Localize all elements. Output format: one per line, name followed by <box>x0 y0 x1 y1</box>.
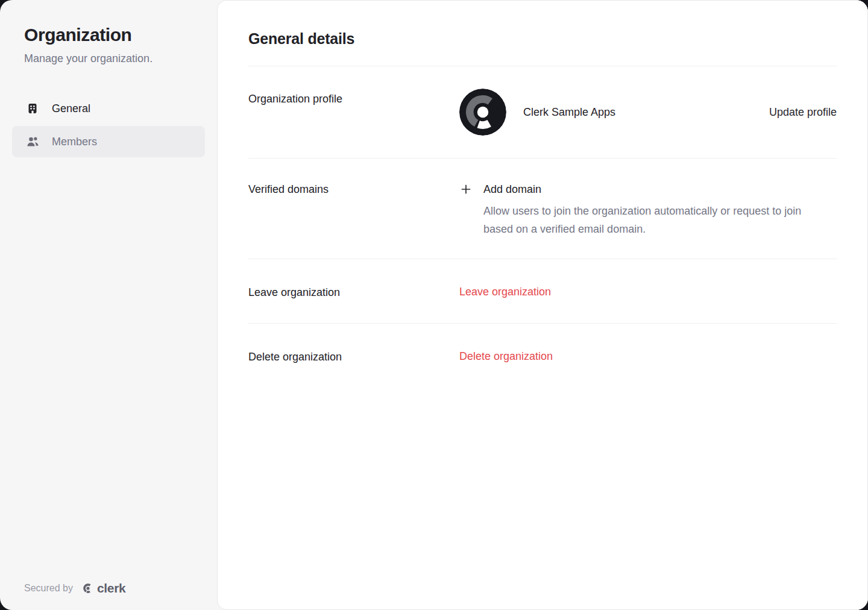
verified-domains-description: Allow users to join the organization aut… <box>483 202 803 238</box>
add-domain-label: Add domain <box>483 183 541 196</box>
organization-profile-label: Organization profile <box>248 66 459 105</box>
leave-organization-button[interactable]: Leave organization <box>459 286 837 298</box>
organization-profile-card: Organization Manage your organization. G… <box>0 0 868 610</box>
add-domain-button[interactable]: Add domain <box>459 183 541 196</box>
delete-organization-button[interactable]: Delete organization <box>459 350 837 363</box>
building-icon <box>27 102 39 115</box>
panel-heading: General details <box>248 30 837 48</box>
update-profile-button[interactable]: Update profile <box>769 106 837 119</box>
page-title: Organization <box>24 24 217 46</box>
leave-organization-row: Leave organization Leave organization <box>248 259 837 323</box>
sidebar-item-label: Members <box>52 136 97 148</box>
clerk-wordmark[interactable]: clerk <box>97 581 126 596</box>
sidebar-item-members[interactable]: Members <box>12 126 205 157</box>
leave-organization-label: Leave organization <box>248 286 459 299</box>
organization-profile-value: Clerk Sample Apps <box>459 89 769 136</box>
clerk-logo-icon <box>81 582 95 595</box>
organization-avatar <box>459 89 506 136</box>
verified-domains-value: Add domain Allow users to join the organ… <box>459 183 837 238</box>
delete-organization-row: Delete organization Delete organization <box>248 324 837 390</box>
verified-domains-label: Verified domains <box>248 183 459 196</box>
delete-organization-label: Delete organization <box>248 350 459 363</box>
plus-icon <box>459 183 474 196</box>
verified-domains-row: Verified domains Add domain Allow users … <box>248 159 837 259</box>
sidebar-item-general[interactable]: General <box>12 93 205 124</box>
page-subtitle: Manage your organization. <box>24 52 217 65</box>
secured-by-footer: Secured by clerk <box>24 581 125 596</box>
secured-by-label: Secured by <box>24 583 73 594</box>
organization-profile-row: Organization profile Clerk Sample Apps U… <box>248 66 837 158</box>
organization-name: Clerk Sample Apps <box>523 106 615 119</box>
general-details-panel: General details Organization profile Cle… <box>217 0 868 610</box>
sidebar: Organization Manage your organization. G… <box>0 0 217 610</box>
users-icon <box>27 136 39 148</box>
sidebar-item-label: General <box>52 102 90 115</box>
sidebar-nav: General Members <box>12 93 205 157</box>
